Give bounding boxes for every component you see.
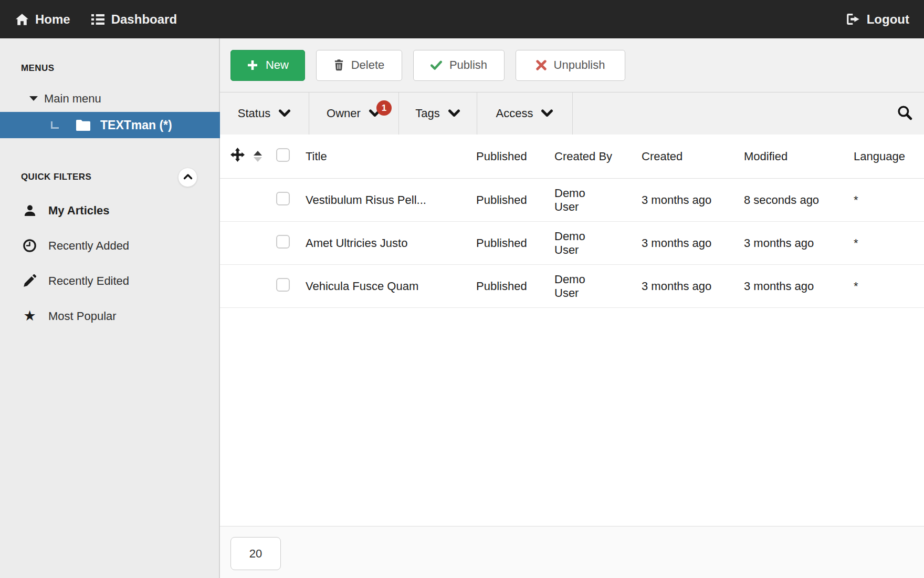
row-modified: 3 months ago <box>744 236 854 250</box>
row-created-by: Demo User <box>554 273 642 300</box>
row-language: * <box>854 236 924 250</box>
column-header-published: Published <box>476 150 554 163</box>
delete-label: Delete <box>351 58 385 72</box>
filter-dropdown[interactable]: Tags <box>399 92 477 135</box>
sidebar-item-main-menu[interactable]: Main menu <box>0 87 219 110</box>
table-header-sort-cell <box>254 151 276 162</box>
home-icon <box>16 14 28 25</box>
chevron-up-icon <box>183 173 193 181</box>
row-created: 3 months ago <box>642 193 744 207</box>
filter-count-badge: 1 <box>376 100 392 116</box>
sidebar: MENUS Main menu TEXTman (*) QUICK FILTER… <box>0 38 220 578</box>
row-modified: 8 seconds ago <box>744 193 854 207</box>
filter-dropdown[interactable]: Owner 1 <box>309 92 399 135</box>
new-label: New <box>266 58 289 72</box>
quick-filter-label: Recently Added <box>48 239 129 253</box>
chevron-down-icon <box>278 109 291 118</box>
sidebar-item-textman-selected[interactable]: TEXTman (*) <box>0 112 220 138</box>
plus-icon <box>247 59 258 71</box>
filter-dropdown-label: Tags <box>415 107 439 120</box>
column-header-modified: Modified <box>744 150 854 163</box>
filter-bar: Status Owner 1 Tags Access <box>220 92 924 135</box>
move-icon[interactable] <box>230 151 245 164</box>
unpublish-button[interactable]: Unpublish <box>516 50 625 81</box>
chevron-down-icon <box>541 109 553 118</box>
chevron-down-icon <box>448 109 460 118</box>
column-header-language: Language <box>854 150 924 163</box>
row-title-link[interactable]: Amet Ultricies Justo <box>306 236 476 250</box>
main-menu-label: Main menu <box>44 92 101 106</box>
quick-filter-label: Recently Edited <box>48 274 129 288</box>
search-button[interactable] <box>897 105 912 122</box>
delete-button[interactable]: Delete <box>316 50 402 81</box>
logout-link[interactable]: Logout <box>847 12 909 27</box>
row-created-by: Demo User <box>554 230 642 256</box>
table-header-checkbox-cell <box>276 148 306 165</box>
logout-icon <box>847 14 860 25</box>
column-header-created-by: Created By <box>554 150 642 163</box>
quick-filter-item[interactable]: My Articles <box>0 193 219 228</box>
main-content: New Delete Publish Unpublish <box>220 38 924 578</box>
caret-down-icon <box>29 96 38 101</box>
table-footer <box>220 526 924 578</box>
quick-filter-item[interactable]: Recently Edited <box>0 263 219 298</box>
textman-article-manager: Home Dashboard Logout MENUS Main menu <box>0 0 924 578</box>
table-row: Amet Ultricies Justo Published Demo User… <box>220 222 924 265</box>
quick-filters-heading: QUICK FILTERS <box>21 172 91 182</box>
row-title-link[interactable]: Vestibulum Risus Pell... <box>306 193 476 207</box>
row-checkbox[interactable] <box>276 192 290 205</box>
table-body: Vestibulum Risus Pell... Published Demo … <box>220 179 924 308</box>
row-published-status: Published <box>476 236 554 250</box>
unpublish-label: Unpublish <box>554 58 605 72</box>
page-size-input[interactable] <box>230 537 281 570</box>
row-published-status: Published <box>476 193 554 207</box>
row-checkbox[interactable] <box>276 235 290 249</box>
table-header-reorder-cell <box>230 148 254 165</box>
filter-dropdown-label: Owner <box>327 107 361 120</box>
folder-icon <box>76 120 90 131</box>
clock-icon <box>23 239 37 252</box>
quick-filter-label: Most Popular <box>48 309 117 323</box>
logout-label: Logout <box>867 12 909 27</box>
top-bar: Home Dashboard Logout <box>0 0 924 38</box>
table-header-row: Title Published Created By Created Modif… <box>220 135 924 179</box>
user-icon <box>23 204 37 216</box>
filter-dropdown[interactable]: Access <box>477 92 573 135</box>
dashboard-link[interactable]: Dashboard <box>91 12 177 27</box>
quick-filter-item[interactable]: ★ Most Popular <box>0 298 219 334</box>
textman-label: TEXTman (*) <box>100 118 172 132</box>
table-row: Vehicula Fusce Quam Published Demo User … <box>220 265 924 308</box>
row-checkbox[interactable] <box>276 278 290 292</box>
quick-filters-collapse-button[interactable] <box>178 168 197 187</box>
publish-label: Publish <box>449 58 487 72</box>
row-created: 3 months ago <box>642 280 744 293</box>
trash-icon <box>334 59 344 71</box>
row-language: * <box>854 193 924 207</box>
new-button[interactable]: New <box>230 50 305 81</box>
filter-dropdown[interactable]: Status <box>220 92 309 135</box>
quick-filter-item[interactable]: Recently Added <box>0 228 219 263</box>
row-created: 3 months ago <box>642 236 744 250</box>
quick-filter-list: My Articles Recently Added Recently Edit… <box>0 193 219 334</box>
sort-asc-icon[interactable] <box>254 151 262 162</box>
home-link[interactable]: Home <box>16 12 70 27</box>
star-icon: ★ <box>23 309 37 323</box>
column-header-created: Created <box>642 150 744 163</box>
x-icon <box>536 60 547 70</box>
home-label: Home <box>35 12 70 27</box>
search-icon <box>897 114 912 122</box>
publish-button[interactable]: Publish <box>413 50 505 81</box>
toolbar: New Delete Publish Unpublish <box>220 38 924 92</box>
tree-indent-icon <box>51 121 59 129</box>
filter-dropdown-label: Access <box>496 107 533 120</box>
select-all-checkbox[interactable] <box>276 148 290 162</box>
row-language: * <box>854 280 924 293</box>
row-published-status: Published <box>476 280 554 293</box>
check-icon <box>430 60 442 70</box>
pencil-icon <box>23 274 37 287</box>
row-created-by: Demo User <box>554 187 642 213</box>
row-title-link[interactable]: Vehicula Fusce Quam <box>306 280 476 293</box>
dashboard-label: Dashboard <box>111 12 177 27</box>
top-bar-left: Home Dashboard <box>16 12 177 27</box>
menus-heading: MENUS <box>21 63 54 74</box>
